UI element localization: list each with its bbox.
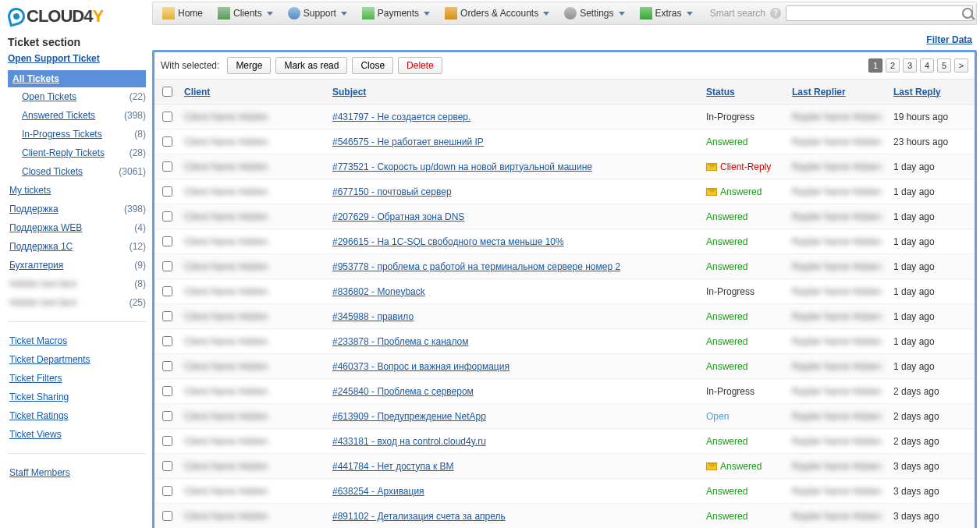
col-client[interactable]: Client [184,87,210,97]
row-checkbox[interactable] [162,336,172,346]
table-row[interactable]: Client Name Hidden#441784 - Нет доступа … [154,454,975,479]
sidebar-extra-item[interactable]: Ticket Sharing [9,391,69,403]
ticket-subject-link[interactable]: #207629 - Обратная зона DNS [332,211,464,222]
ticket-subject-link[interactable]: #953778 - проблема с работой на терминал… [332,261,620,272]
col-last-replier[interactable]: Last Replier [792,87,846,97]
delete-button[interactable]: Delete [398,57,442,74]
pager-1[interactable]: 1 [868,58,882,73]
sidebar-group-item[interactable]: Поддержка 1С [9,240,73,253]
ticket-subject-link[interactable]: #613909 - Предупреждение NetApp [332,411,486,422]
ticket-subject-link[interactable]: #773521 - Скорость up/down на новой вирт… [332,161,592,172]
merge-button[interactable]: Merge [227,57,271,74]
pager-2[interactable]: 2 [886,58,900,73]
menu-support[interactable]: Support [282,4,354,23]
sidebar-extra-item[interactable]: Ticket Departments [9,353,91,366]
sidebar-group-item[interactable]: My tickets [9,184,51,197]
table-row[interactable]: Client Name Hidden#638254 - АрхивацияAns… [154,479,975,504]
ticket-subject-link[interactable]: #245840 - Проблема с сервером [332,386,474,397]
row-checkbox[interactable] [162,411,172,421]
ticket-subject-link[interactable]: #546575 - Не работает внешний IP [332,136,484,147]
row-checkbox[interactable] [162,112,172,122]
table-row[interactable]: Client Name Hidden#345988 - правилоAnswe… [154,304,975,329]
sidebar-group-item[interactable]: Поддержка WEB [9,221,82,234]
col-subject[interactable]: Subject [332,87,366,97]
sidebar-sub-item[interactable]: In-Progress Tickets [22,128,102,140]
row-checkbox[interactable] [162,186,172,197]
mark-read-button[interactable]: Mark as read [275,57,347,74]
sidebar-extra-item[interactable]: Ticket Macros [9,335,67,347]
sidebar-group-item[interactable]: Бухгалтерия [9,259,63,271]
ticket-subject-link[interactable]: #345988 - правило [332,311,414,322]
help-icon[interactable]: ? [770,8,781,19]
menu-extras[interactable]: Extras [634,4,700,23]
search-icon[interactable] [962,8,973,19]
row-checkbox[interactable] [162,436,172,446]
menu-orders-accounts[interactable]: Orders & Accounts [439,4,556,23]
row-checkbox[interactable] [162,286,172,296]
row-checkbox[interactable] [162,161,172,172]
table-row[interactable]: Client Name Hidden#953778 - проблема с р… [154,254,975,279]
table-row[interactable]: Client Name Hidden#207629 - Обратная зон… [154,204,975,229]
table-row[interactable]: Client Name Hidden#546575 - Не работает … [154,129,975,154]
sidebar-sub-item[interactable]: Closed Tickets [22,165,83,178]
ticket-subject-link[interactable]: #296615 - На 1С-SQL свободного места мен… [332,236,564,247]
ticket-subject-link[interactable]: #441784 - Нет доступа к ВМ [332,461,454,472]
row-checkbox[interactable] [162,236,172,246]
pager-5[interactable]: 5 [937,58,951,73]
table-row[interactable]: Client Name Hidden#891102 - Детализация … [154,504,975,529]
row-checkbox[interactable] [162,386,172,396]
table-row[interactable]: Client Name Hidden#433181 - вход на cont… [154,429,975,454]
table-row[interactable]: Client Name Hidden#613909 - Предупрежден… [154,404,975,429]
filter-data-link[interactable]: Filter Data [926,34,972,45]
row-checkbox[interactable] [162,486,172,496]
col-status[interactable]: Status [706,87,735,97]
ticket-subject-link[interactable]: #431797 - Не создается сервер. [332,112,470,122]
menu-home[interactable]: Home [156,4,210,23]
menu-payments[interactable]: Payments [356,4,437,23]
table-row[interactable]: Client Name Hidden#460373 - Вопрос и важ… [154,354,975,379]
table-row[interactable]: Client Name Hidden#836802 - MoneybackIn-… [154,279,975,304]
row-checkbox[interactable] [162,261,172,271]
row-checkbox[interactable] [162,361,172,371]
ticket-subject-link[interactable]: #460373 - Вопрос и важная информация [332,361,510,372]
sidebar-extra-item[interactable]: Ticket Views [9,428,62,441]
menu-clients[interactable]: Clients [211,4,280,23]
table-row[interactable]: Client Name Hidden#773521 - Скорость up/… [154,154,975,179]
sidebar-sub-item[interactable]: Open Tickets [22,90,76,103]
sidebar-extra-item[interactable]: Ticket Ratings [9,409,69,422]
all-tickets-link[interactable]: All Tickets [12,73,59,84]
pager->[interactable]: > [954,58,968,73]
sidebar-sub-item[interactable]: Answered Tickets [22,109,95,122]
ticket-subject-link[interactable]: #836802 - Moneyback [332,286,425,297]
ticket-subject-link[interactable]: #891102 - Детализация счета за апрель [332,511,506,522]
row-checkbox[interactable] [162,311,172,321]
search-input[interactable] [786,5,973,21]
pager-3[interactable]: 3 [903,58,917,73]
row-checkbox[interactable] [162,461,172,471]
sidebar-count: (8) [134,278,146,290]
menu-settings[interactable]: Settings [558,4,631,23]
ticket-subject-link[interactable]: #638254 - Архивация [332,486,424,497]
table-row[interactable]: Client Name Hidden#233878 - Проблема с к… [154,329,975,354]
select-all-checkbox[interactable] [162,87,172,97]
ticket-subject-link[interactable]: #677150 - почтовый сервер [332,186,452,197]
client-name-blurred: Client Name Hidden [184,511,268,522]
pager-4[interactable]: 4 [920,58,934,73]
open-support-ticket-link[interactable]: Open Support Ticket [8,53,100,64]
table-row[interactable]: Client Name Hidden#431797 - Не создается… [154,105,975,129]
ticket-subject-link[interactable]: #433181 - вход на control.cloud4y.ru [332,436,486,447]
row-checkbox[interactable] [162,211,172,221]
ticket-subject-link[interactable]: #233878 - Проблема с каналом [332,336,469,347]
table-row[interactable]: Client Name Hidden#677150 - почтовый сер… [154,179,975,204]
sidebar-sub-item[interactable]: Client-Reply Tickets [22,147,105,159]
col-last-reply[interactable]: Last Reply [893,87,941,97]
table-row[interactable]: Client Name Hidden#296615 - На 1С-SQL св… [154,229,975,254]
row-checkbox[interactable] [162,136,172,147]
sidebar-extra-item[interactable]: Ticket Filters [9,372,62,384]
staff-members-link[interactable]: Staff Members [9,466,70,479]
close-button[interactable]: Close [352,57,393,74]
last-reply-time: 1 day ago [889,204,975,229]
table-row[interactable]: Client Name Hidden#245840 - Проблема с с… [154,379,975,404]
row-checkbox[interactable] [162,511,172,521]
sidebar-group-item[interactable]: Поддержка [9,203,59,215]
